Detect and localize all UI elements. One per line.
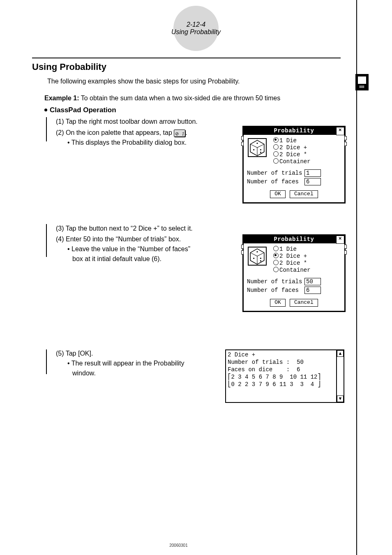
- trials-label: Number of trials: [247, 278, 304, 285]
- title-rule: [32, 58, 341, 58]
- step-5-note-b: window.: [72, 368, 184, 378]
- svg-point-7: [260, 152, 261, 153]
- svg-point-12: [256, 251, 258, 252]
- dialog-options: 1 Die 2 Dice + 2 Dice * Container: [273, 137, 311, 165]
- radio-2-dice-plus[interactable]: [273, 253, 279, 258]
- step-4-note-a: • Leave the value in the “Number of face…: [67, 244, 190, 254]
- step-4-note-b: box at it intial default value (6).: [72, 254, 190, 264]
- example-text: To obtain the sum data when a two six-si…: [79, 95, 280, 102]
- probability-dialog-2: Probability × 1 Die 2 Dice + 2 Dice * Co…: [242, 234, 346, 312]
- intro-text: The following examples show the basic st…: [47, 78, 240, 85]
- device-tab-icon: [355, 74, 369, 90]
- footer-date: 20060301: [0, 543, 357, 548]
- dice-icon: [248, 138, 267, 157]
- result-scrollbar[interactable]: ▲ ▼: [336, 350, 344, 402]
- dialog-options: 1 Die 2 Dice + 2 Dice * Container: [273, 246, 311, 274]
- dialog-titlebar: Probability ×: [244, 127, 344, 135]
- faces-label: Number of faces: [247, 178, 304, 185]
- example-label: Example 1:: [44, 95, 79, 102]
- step-rule-2: [46, 224, 47, 257]
- radio-container[interactable]: [273, 267, 279, 272]
- step-5-note-a: • The result will appear in the Probabil…: [67, 358, 184, 368]
- ok-button[interactable]: OK: [270, 299, 286, 307]
- trials-input[interactable]: 50: [304, 278, 321, 285]
- result-line-5: ⎣0 2 2 3 7 9 6 11 3 3 4 ⎦: [228, 381, 342, 388]
- example-line: Example 1: To obtain the sum data when a…: [44, 95, 280, 102]
- header-section-number: 2-12-4: [187, 21, 205, 28]
- cancel-button[interactable]: Cancel: [290, 190, 318, 198]
- result-line-1: 2 Dice +: [228, 351, 342, 358]
- trials-label: Number of trials: [247, 170, 304, 176]
- step-2: (2) On the icon palette that appears, ta…: [56, 128, 187, 148]
- step-rule-3: [46, 349, 47, 374]
- dialog-titlebar: Probability ×: [244, 236, 344, 243]
- ok-button[interactable]: OK: [270, 190, 286, 198]
- svg-line-2: [257, 144, 264, 148]
- step-4: (4) Enter 50 into the “Number of trials”…: [56, 234, 190, 264]
- operation-header: ClassPad Operation: [44, 106, 116, 114]
- result-line-3: Faces on dice : 6: [228, 366, 342, 373]
- step-3: (3) Tap the button next to “2 Dice +” to…: [56, 224, 193, 234]
- close-icon[interactable]: ×: [336, 127, 344, 135]
- radio-2-dice-plus[interactable]: [273, 144, 279, 150]
- page-title: Using Probability: [32, 62, 106, 72]
- scroll-up-icon[interactable]: ▲: [337, 350, 344, 357]
- faces-input[interactable]: 6: [304, 178, 321, 185]
- result-line-2: Number of trials : 50: [228, 358, 342, 366]
- svg-point-4: [256, 143, 258, 144]
- radio-1-die[interactable]: [273, 246, 279, 251]
- close-icon[interactable]: ×: [336, 236, 344, 244]
- svg-point-6: [260, 149, 261, 150]
- result-window: 2 Dice + Number of trials : 50 Faces on …: [225, 349, 344, 403]
- svg-point-15: [260, 260, 261, 261]
- header-circle: 2-12-4 Using Probability: [173, 6, 219, 51]
- radio-container[interactable]: [273, 158, 279, 164]
- probability-dialog-1: Probability × 1 Die 2 Dice + 2 Dice * Co…: [242, 126, 346, 204]
- svg-point-14: [260, 258, 261, 259]
- step-2-note: • This displays the Probability dialog b…: [67, 138, 187, 148]
- cancel-button[interactable]: Cancel: [290, 299, 318, 307]
- svg-line-1: [250, 144, 257, 148]
- probability-palette-icon: [174, 130, 185, 137]
- faces-input[interactable]: 6: [304, 287, 321, 294]
- radio-2-dice-mult[interactable]: [273, 151, 279, 157]
- svg-line-9: [250, 253, 257, 256]
- faces-label: Number of faces: [247, 287, 304, 294]
- trials-input[interactable]: 1: [304, 169, 321, 177]
- dice-icon: [248, 247, 267, 266]
- scroll-down-icon[interactable]: ▼: [337, 395, 344, 402]
- result-line-4: ⎡2 3 4 5 6 7 8 9 10 11 12⎤: [228, 373, 342, 381]
- radio-1-die[interactable]: [273, 137, 279, 143]
- radio-2-dice-mult[interactable]: [273, 260, 279, 265]
- step-rule-1: [46, 117, 47, 141]
- step-5: (5) Tap [OK]. • The result will appear i…: [56, 349, 184, 378]
- svg-line-10: [257, 253, 264, 256]
- step-1: (1) Tap the right most toolbar down arro…: [56, 117, 198, 127]
- svg-point-13: [253, 258, 254, 259]
- header-section-title: Using Probability: [171, 28, 221, 36]
- svg-point-5: [253, 149, 254, 150]
